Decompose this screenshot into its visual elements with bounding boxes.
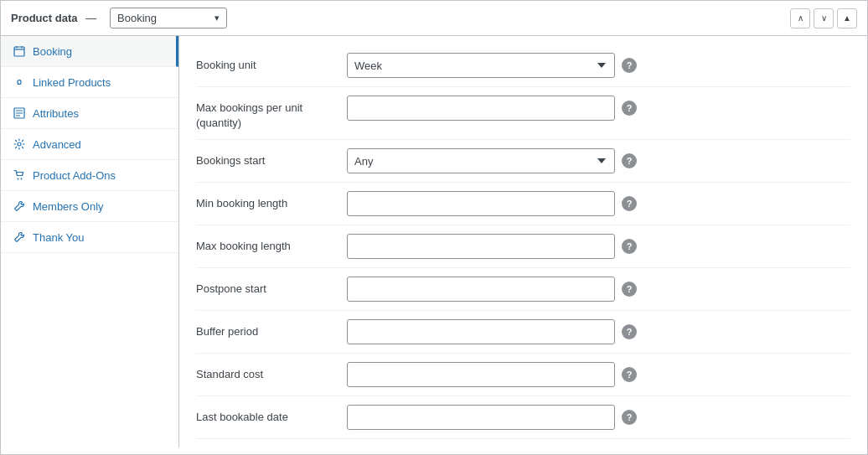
label-buffer-period: Buffer period: [196, 319, 347, 339]
sidebar-item-product-addons[interactable]: Product Add-Ons: [1, 160, 178, 191]
field-postpone-start: ?: [347, 277, 850, 302]
svg-rect-0: [14, 47, 24, 56]
help-icon-max-booking-length[interactable]: ?: [622, 239, 637, 254]
form-row-max-bookings: Max bookings per unit (quantity) ?: [196, 87, 850, 140]
panel-header: Product data — Booking ▾ ∧ ∨ ▲: [1, 1, 867, 36]
label-booking-unit: Booking unit: [196, 53, 347, 73]
label-min-booking-length: Min booking length: [196, 191, 347, 211]
input-postpone-start[interactable]: [347, 277, 615, 302]
field-bookings-start: Any Now Next available slot ?: [347, 148, 850, 173]
sidebar-label-product-addons: Product Add-Ons: [33, 169, 116, 182]
product-data-panel: Product data — Booking ▾ ∧ ∨ ▲: [0, 0, 868, 455]
form-row-bookings-start: Bookings start Any Now Next available sl…: [196, 140, 850, 183]
sidebar-label-linked-products: Linked Products: [33, 76, 111, 89]
sidebar-item-attributes[interactable]: Attributes: [1, 98, 178, 129]
panel-header-left: Product data — Booking ▾: [11, 8, 227, 28]
help-icon-booking-unit[interactable]: ?: [622, 58, 637, 73]
help-icon-min-booking-length[interactable]: ?: [622, 196, 637, 211]
attributes-icon: [13, 106, 26, 120]
dropdown-chevron-icon: ▾: [214, 13, 220, 23]
input-last-bookable-date[interactable]: [347, 405, 615, 430]
link-icon: [13, 75, 26, 89]
panel-title-separator: —: [85, 12, 96, 24]
input-buffer-period[interactable]: [347, 319, 615, 344]
sidebar-item-thank-you[interactable]: Thank You: [1, 222, 178, 253]
calendar-icon: [13, 44, 26, 58]
sidebar-label-attributes: Attributes: [33, 107, 79, 120]
field-max-booking-length: ?: [347, 234, 850, 259]
svg-point-8: [18, 142, 21, 146]
expand-button[interactable]: ▲: [837, 8, 857, 28]
help-icon-bookings-start[interactable]: ?: [622, 153, 637, 168]
label-max-booking-length: Max booking length: [196, 234, 347, 254]
sidebar-label-advanced: Advanced: [33, 138, 81, 151]
field-min-booking-length: ?: [347, 191, 850, 216]
panel-controls: ∧ ∨ ▲: [790, 8, 857, 28]
form-row-buffer-period: Buffer period ?: [196, 311, 850, 354]
help-icon-postpone-start[interactable]: ?: [622, 282, 637, 297]
sidebar-item-advanced[interactable]: Advanced: [1, 129, 178, 160]
select-wrapper-booking-unit: Week Day Hour Minute Night Customer defi…: [347, 53, 615, 78]
wrench-icon-thankyou: [13, 230, 26, 244]
label-postpone-start: Postpone start: [196, 277, 347, 297]
input-min-booking-length[interactable]: [347, 191, 615, 216]
wrench-icon-members: [13, 199, 26, 213]
label-last-bookable-date: Last bookable date: [196, 405, 347, 425]
form-row-last-bookable-date: Last bookable date ?: [196, 396, 850, 439]
sidebar-item-booking[interactable]: Booking: [1, 36, 178, 67]
svg-point-10: [21, 178, 23, 180]
sidebar-label-booking: Booking: [33, 45, 72, 58]
select-booking-unit[interactable]: Week Day Hour Minute Night Customer defi…: [347, 53, 615, 78]
label-bookings-start: Bookings start: [196, 148, 347, 168]
product-type-label: Booking: [117, 12, 157, 24]
collapse-up-button[interactable]: ∧: [790, 8, 810, 28]
help-icon-standard-cost[interactable]: ?: [622, 367, 637, 382]
field-max-bookings: ?: [347, 96, 850, 121]
sidebar-item-linked-products[interactable]: Linked Products: [1, 67, 178, 98]
field-standard-cost: ?: [347, 362, 850, 387]
field-buffer-period: ?: [347, 319, 850, 344]
form-row-postpone-start: Postpone start ?: [196, 268, 850, 311]
form-row-booking-unit: Booking unit Week Day Hour Minute Night …: [196, 44, 850, 87]
panel-body: Booking Linked Products: [1, 36, 867, 447]
form-row-standard-cost: Standard cost ?: [196, 354, 850, 396]
input-max-bookings[interactable]: [347, 96, 615, 121]
select-wrapper-bookings-start: Any Now Next available slot: [347, 148, 615, 173]
panel-title: Product data —: [11, 12, 101, 24]
input-max-booking-length[interactable]: [347, 234, 615, 259]
sidebar-label-members-only: Members Only: [33, 200, 104, 213]
sidebar-item-members-only[interactable]: Members Only: [1, 191, 178, 222]
panel-title-text: Product data: [11, 12, 77, 24]
sidebar: Booking Linked Products: [1, 36, 179, 447]
select-bookings-start[interactable]: Any Now Next available slot: [347, 148, 615, 173]
sidebar-label-thank-you: Thank You: [33, 231, 84, 244]
cart-icon: [13, 168, 26, 182]
collapse-down-button[interactable]: ∨: [814, 8, 834, 28]
help-icon-max-bookings[interactable]: ?: [622, 101, 637, 116]
help-icon-last-bookable-date[interactable]: ?: [622, 410, 637, 425]
product-type-dropdown[interactable]: Booking ▾: [110, 8, 227, 28]
label-standard-cost: Standard cost: [196, 362, 347, 382]
field-booking-unit: Week Day Hour Minute Night Customer defi…: [347, 53, 850, 78]
label-max-bookings: Max bookings per unit (quantity): [196, 96, 347, 131]
input-standard-cost[interactable]: [347, 362, 615, 387]
gear-icon: [13, 137, 26, 151]
field-last-bookable-date: ?: [347, 405, 850, 430]
form-row-max-booking-length: Max booking length ?: [196, 225, 850, 268]
svg-point-9: [18, 178, 19, 180]
help-icon-buffer-period[interactable]: ?: [622, 324, 637, 339]
main-content: Booking unit Week Day Hour Minute Night …: [179, 36, 867, 447]
form-row-min-booking-length: Min booking length ?: [196, 183, 850, 225]
